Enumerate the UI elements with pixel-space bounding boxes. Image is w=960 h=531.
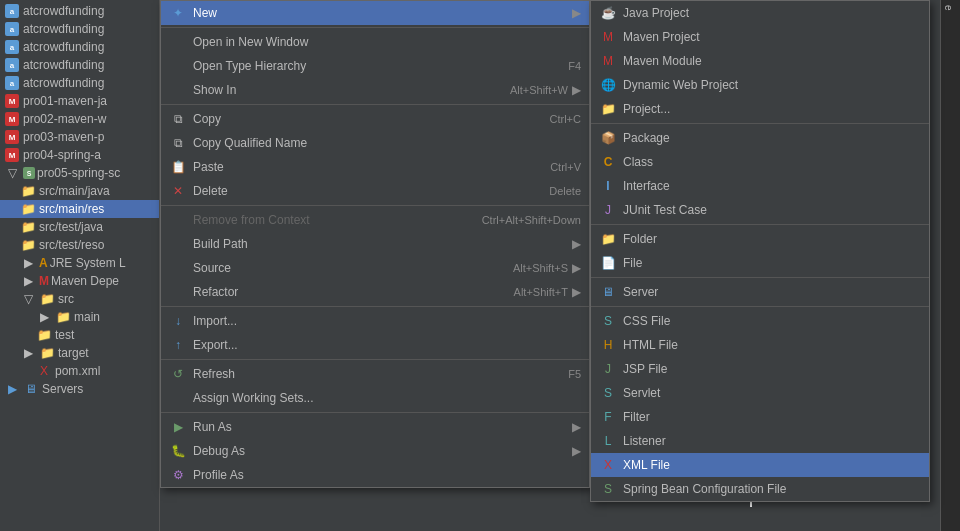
- sidebar-item-test[interactable]: 📁 test: [0, 326, 159, 344]
- sidebar-item-pro01[interactable]: M pro01-maven-ja: [0, 92, 159, 110]
- menu-item-export[interactable]: ↑ Export...: [161, 333, 589, 357]
- folder-icon: 📁: [20, 183, 36, 199]
- folder-icon2: 📁: [20, 219, 36, 235]
- sidebar-item-atcrowdfunding5[interactable]: a atcrowdfunding: [0, 74, 159, 92]
- sidebar-item-main[interactable]: ▶ 📁 main: [0, 308, 159, 326]
- sidebar-item-atcrowdfunding4[interactable]: a atcrowdfunding: [0, 56, 159, 74]
- menu-item-debug-as[interactable]: 🐛 Debug As ▶: [161, 439, 589, 463]
- refactor-arrow: ▶: [572, 285, 581, 299]
- menu-item-copy-qualified-name[interactable]: ⧉ Copy Qualified Name: [161, 131, 589, 155]
- sidebar-item-target[interactable]: ▶ 📁 target: [0, 344, 159, 362]
- separator5: [161, 359, 589, 360]
- menu-item-assign-working-sets[interactable]: Assign Working Sets...: [161, 386, 589, 410]
- build-path-icon: [169, 235, 187, 253]
- submenu-item-junit[interactable]: J JUnit Test Case: [591, 198, 929, 222]
- menu-item-source[interactable]: Source Alt+Shift+S ▶: [161, 256, 589, 280]
- menu-item-remove-context[interactable]: Remove from Context Ctrl+Alt+Shift+Down: [161, 208, 589, 232]
- menu-item-run-as[interactable]: ▶ Run As ▶: [161, 415, 589, 439]
- delete-icon: ✕: [169, 182, 187, 200]
- folder-selected-icon: 📁: [20, 201, 36, 217]
- separator1: [161, 27, 589, 28]
- spring-icon: ▽: [4, 165, 20, 181]
- menu-item-new[interactable]: ✦ New ▶: [161, 1, 589, 25]
- source-icon: [169, 259, 187, 277]
- sidebar-item-pro05[interactable]: ▽ S pro05-spring-sc: [0, 164, 159, 182]
- html-icon: H: [599, 336, 617, 354]
- jre-icon: ▶: [20, 255, 36, 271]
- submenu-item-server[interactable]: 🖥 Server: [591, 280, 929, 304]
- submenu-item-css[interactable]: S CSS File: [591, 309, 929, 333]
- submenu-item-servlet[interactable]: S Servlet: [591, 381, 929, 405]
- sidebar-item-pro04[interactable]: M pro04-spring-a: [0, 146, 159, 164]
- menu-item-build-path[interactable]: Build Path ▶: [161, 232, 589, 256]
- submenu-item-maven-module[interactable]: M Maven Module: [591, 49, 929, 73]
- sidebar-item-src-test-reso[interactable]: 📁 src/test/reso: [0, 236, 159, 254]
- menu-item-refactor[interactable]: Refactor Alt+Shift+T ▶: [161, 280, 589, 304]
- sidebar-item-src-test-java[interactable]: 📁 src/test/java: [0, 218, 159, 236]
- sidebar-item-src-main-java[interactable]: 📁 src/main/java: [0, 182, 159, 200]
- submenu-item-filter[interactable]: F Filter: [591, 405, 929, 429]
- submenu-item-html[interactable]: H HTML File: [591, 333, 929, 357]
- submenu-item-java-project[interactable]: ☕ Java Project: [591, 1, 929, 25]
- copy-qualified-icon: ⧉: [169, 134, 187, 152]
- submenu-item-jsp[interactable]: J JSP File: [591, 357, 929, 381]
- run-as-icon: ▶: [169, 418, 187, 436]
- sidebar-item-pro03[interactable]: M pro03-maven-p: [0, 128, 159, 146]
- submenu-item-spring-bean[interactable]: S Spring Bean Configuration File: [591, 477, 929, 501]
- separator3: [161, 205, 589, 206]
- package-icon: 📦: [599, 129, 617, 147]
- separator2: [161, 104, 589, 105]
- sidebar-item-maven-dep[interactable]: ▶ M Maven Depe: [0, 272, 159, 290]
- target-expand-icon: ▶: [20, 345, 36, 361]
- menu-item-paste[interactable]: 📋 Paste Ctrl+V: [161, 155, 589, 179]
- menu-item-import[interactable]: ↓ Import...: [161, 309, 589, 333]
- submenu-item-dynamic-web[interactable]: 🌐 Dynamic Web Project: [591, 73, 929, 97]
- sidebar-item-pom[interactable]: X pom.xml: [0, 362, 159, 380]
- separator4: [161, 306, 589, 307]
- menu-item-refresh[interactable]: ↺ Refresh F5: [161, 362, 589, 386]
- submenu-item-file[interactable]: 📄 File: [591, 251, 929, 275]
- menu-item-delete[interactable]: ✕ Delete Delete: [161, 179, 589, 203]
- submenu-item-interface[interactable]: I Interface: [591, 174, 929, 198]
- java-project-icon: ☕: [599, 4, 617, 22]
- menu-item-profile-as[interactable]: ⚙ Profile As: [161, 463, 589, 487]
- submenu-sep2: [591, 224, 929, 225]
- sidebar-item-pro02[interactable]: M pro02-maven-w: [0, 110, 159, 128]
- menu-item-show-in[interactable]: Show In Alt+Shift+W ▶: [161, 78, 589, 102]
- submenu-item-listener[interactable]: L Listener: [591, 429, 929, 453]
- sidebar-item-jre[interactable]: ▶ A JRE System L: [0, 254, 159, 272]
- menu-item-copy[interactable]: ⧉ Copy Ctrl+C: [161, 107, 589, 131]
- project-icon3: a: [4, 39, 20, 55]
- sidebar-item-atcrowdfunding2[interactable]: a atcrowdfunding: [0, 20, 159, 38]
- assign-icon: [169, 389, 187, 407]
- src-expand-icon: ▽: [20, 291, 36, 307]
- main-folder-icon: 📁: [55, 309, 71, 325]
- submenu-item-folder[interactable]: 📁 Folder: [591, 227, 929, 251]
- project-icon: a: [4, 3, 20, 19]
- debug-as-arrow: ▶: [572, 444, 581, 458]
- xml-file-icon: X: [36, 363, 52, 379]
- filter-icon: F: [599, 408, 617, 426]
- copy-icon: ⧉: [169, 110, 187, 128]
- menu-item-open-new-window[interactable]: Open in New Window: [161, 30, 589, 54]
- submenu-item-project[interactable]: 📁 Project...: [591, 97, 929, 121]
- dynamic-web-icon: 🌐: [599, 76, 617, 94]
- sidebar-item-atcrowdfunding1[interactable]: a atcrowdfunding: [0, 2, 159, 20]
- sidebar-item-atcrowdfunding3[interactable]: a atcrowdfunding: [0, 38, 159, 56]
- submenu-item-package[interactable]: 📦 Package: [591, 126, 929, 150]
- menu-item-open-type-hierarchy[interactable]: Open Type Hierarchy F4: [161, 54, 589, 78]
- sidebar-item-servers[interactable]: ▶ 🖥 Servers: [0, 380, 159, 398]
- sidebar-item-src-main-res[interactable]: 📁 src/main/res: [0, 200, 159, 218]
- context-menu: ✦ New ▶ Open in New Window Open Type Hie…: [160, 0, 590, 488]
- submenu-item-xml[interactable]: X XML File: [591, 453, 929, 477]
- submenu-item-maven-project[interactable]: M Maven Project: [591, 25, 929, 49]
- project-icon5: a: [4, 75, 20, 91]
- folder-new-icon: 📁: [599, 230, 617, 248]
- interface-icon: I: [599, 177, 617, 195]
- type-hierarchy-icon: [169, 57, 187, 75]
- sidebar-item-src[interactable]: ▽ 📁 src: [0, 290, 159, 308]
- submenu-item-class[interactable]: C Class: [591, 150, 929, 174]
- sidebar: a atcrowdfunding a atcrowdfunding a atcr…: [0, 0, 160, 531]
- servers-icon: ▶: [4, 381, 20, 397]
- project-icon2: a: [4, 21, 20, 37]
